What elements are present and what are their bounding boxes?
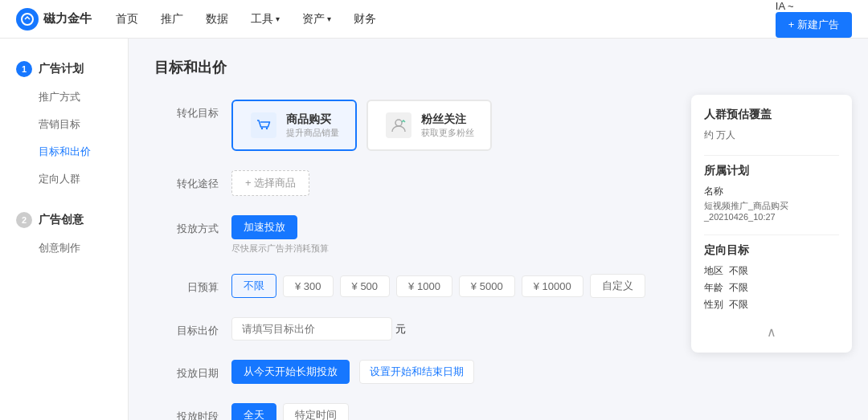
nav-promote[interactable]: 推广 xyxy=(161,12,183,27)
card-title-fans: 粉丝关注 xyxy=(421,112,474,127)
date-group: 从今天开始长期投放 设置开始和结束日期 xyxy=(231,360,474,384)
plan-section: 所属计划 名称 短视频推广_商品购买_20210426_10:27 xyxy=(704,164,839,222)
panel-divider-2 xyxy=(704,234,839,235)
layout: 1 广告计划 推广方式 营销目标 目标和出价 定向人群 2 广告创意 创意制作 … xyxy=(0,39,868,420)
targeting-region: 地区 不限 xyxy=(704,264,839,278)
targeting-title: 定向目标 xyxy=(704,243,839,258)
nav-tools[interactable]: 工具 ▾ xyxy=(251,12,280,27)
sidebar: 1 广告计划 推广方式 营销目标 目标和出价 定向人群 2 广告创意 创意制作 xyxy=(0,39,129,420)
audience-title: 人群预估覆盖 xyxy=(704,108,839,122)
svg-point-2 xyxy=(261,128,263,129)
time-option-specific[interactable]: 特定时间 xyxy=(283,403,349,420)
conversion-path-label: 转化途径 xyxy=(154,170,219,191)
sidebar-section-label-plan: 广告计划 xyxy=(39,62,84,76)
target-bid-suffix: 元 xyxy=(395,322,406,336)
nav-assets[interactable]: 资产 ▾ xyxy=(302,12,331,27)
top-nav: 磁力金牛 首页 推广 数据 工具 ▾ 资产 ▾ 财务 IA ~ + 新建广告 xyxy=(0,0,868,39)
card-desc-product-buy: 提升商品销量 xyxy=(286,127,339,139)
time-option-allday[interactable]: 全天 xyxy=(231,403,276,420)
card-text-product-buy: 商品购买 提升商品销量 xyxy=(286,112,339,139)
budget-options: 不限 ¥ 300 ¥ 500 ¥ 1000 ¥ 5000 ¥ 10000 自定义 xyxy=(231,274,645,298)
sidebar-item-creative-make[interactable]: 创意制作 xyxy=(0,234,128,262)
svg-rect-1 xyxy=(251,112,276,138)
right-panel: 人群预估覆盖 约 万人 所属计划 名称 短视频推广_商品购买_20210426_… xyxy=(691,95,852,353)
targeting-gender: 性别 不限 xyxy=(704,298,839,312)
card-text-fans: 粉丝关注 获取更多粉丝 xyxy=(421,112,474,139)
date-label: 投放日期 xyxy=(154,360,219,381)
nav-right: IA ~ + 新建广告 xyxy=(776,0,852,38)
target-card-fans[interactable]: 粉丝关注 获取更多粉丝 xyxy=(366,100,492,151)
card-title-product-buy: 商品购买 xyxy=(286,112,339,127)
logo-text: 磁力金牛 xyxy=(43,11,92,27)
budget-option-0[interactable]: 不限 xyxy=(231,274,276,298)
select-product-button[interactable]: + 选择商品 xyxy=(231,170,309,196)
target-bid-input[interactable] xyxy=(231,317,392,340)
budget-option-2[interactable]: ¥ 500 xyxy=(340,275,391,297)
sidebar-section-label-creative: 广告创意 xyxy=(39,213,84,227)
panel-collapse-button[interactable]: ∧ xyxy=(704,324,839,340)
logo-icon xyxy=(16,8,39,31)
audience-section: 人群预估覆盖 约 万人 xyxy=(704,108,839,142)
main-content: 目标和出价 转化目标 商品购买 提升商品销量 xyxy=(129,39,868,420)
svg-point-3 xyxy=(266,128,268,129)
targeting-age: 年龄 不限 xyxy=(704,281,839,295)
conversion-target-label: 转化目标 xyxy=(154,100,219,120)
svg-rect-4 xyxy=(386,112,411,138)
card-desc-fans: 获取更多粉丝 xyxy=(421,127,474,139)
target-bid-label: 目标出价 xyxy=(154,317,219,338)
daily-budget-label: 日预算 xyxy=(154,274,219,295)
nav-finance[interactable]: 财务 xyxy=(354,12,376,27)
user-label[interactable]: IA ~ xyxy=(776,0,794,12)
budget-option-3[interactable]: ¥ 1000 xyxy=(396,275,452,297)
plan-title: 所属计划 xyxy=(704,164,839,178)
sidebar-number-2: 2 xyxy=(16,212,32,228)
new-ad-button[interactable]: + 新建广告 xyxy=(776,12,852,38)
delivery-mode-fast-button[interactable]: 加速投放 xyxy=(231,215,297,239)
sidebar-section-ad-plan: 1 广告计划 推广方式 营销目标 目标和出价 定向人群 xyxy=(0,55,128,193)
sidebar-item-targeting[interactable]: 定向人群 xyxy=(0,165,128,193)
budget-option-5[interactable]: ¥ 10000 xyxy=(522,275,583,297)
sidebar-item-target-bid[interactable]: 目标和出价 xyxy=(0,138,128,165)
targeting-section: 定向目标 地区 不限 年龄 不限 性别 不限 xyxy=(704,243,839,312)
target-bid-input-group: 元 xyxy=(231,317,406,340)
sidebar-item-promote-mode[interactable]: 推广方式 xyxy=(0,84,128,111)
time-label: 投放时段 xyxy=(154,403,219,420)
budget-option-1[interactable]: ¥ 300 xyxy=(283,275,334,297)
page-title: 目标和出价 xyxy=(154,58,842,77)
delivery-mode-group: 加速投放 尽快展示广告并消耗预算 xyxy=(231,215,329,255)
nav-home[interactable]: 首页 xyxy=(116,12,138,27)
budget-option-4[interactable]: ¥ 5000 xyxy=(459,275,515,297)
fans-icon xyxy=(384,111,413,140)
budget-option-custom[interactable]: 自定义 xyxy=(590,274,645,298)
time-options: 全天 特定时间 xyxy=(231,403,349,420)
date-row: 投放日期 从今天开始长期投放 设置开始和结束日期 xyxy=(154,360,842,384)
sidebar-section-ad-creative: 2 广告创意 创意制作 xyxy=(0,206,128,262)
logo: 磁力金牛 xyxy=(16,8,92,31)
date-forever-button[interactable]: 从今天开始长期投放 xyxy=(231,360,350,384)
sidebar-section-title-creative: 2 广告创意 xyxy=(0,206,128,234)
sidebar-number-1: 1 xyxy=(16,61,32,77)
sidebar-section-title-plan: 1 广告计划 xyxy=(0,55,128,84)
delivery-mode-hint: 尽快展示广告并消耗预算 xyxy=(231,243,329,255)
sidebar-item-marketing-goal[interactable]: 营销目标 xyxy=(0,111,128,138)
target-card-product-buy[interactable]: 商品购买 提升商品销量 xyxy=(231,100,357,151)
nav-items: 首页 推广 数据 工具 ▾ 资产 ▾ 财务 xyxy=(116,12,776,27)
plan-value: 名称 短视频推广_商品购买_20210426_10:27 xyxy=(704,185,839,222)
target-cards: 商品购买 提升商品销量 粉丝关注 xyxy=(231,100,492,151)
audience-value: 约 万人 xyxy=(704,128,839,142)
svg-point-0 xyxy=(22,14,33,25)
nav-data[interactable]: 数据 xyxy=(206,12,228,27)
time-row: 投放时段 全天 特定时间 xyxy=(154,403,842,420)
date-set-range-link[interactable]: 设置开始和结束日期 xyxy=(359,360,474,384)
delivery-mode-label: 投放方式 xyxy=(154,215,219,236)
panel-divider-1 xyxy=(704,155,839,156)
cart-icon xyxy=(249,111,278,140)
